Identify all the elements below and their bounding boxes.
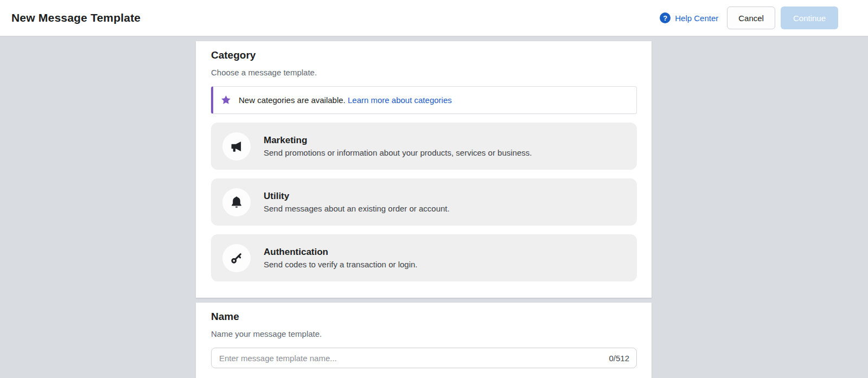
- name-card: Name Name your message template. 0/512: [196, 303, 652, 378]
- header-actions: ? Help Center Cancel Continue: [660, 7, 838, 29]
- new-categories-banner: New categories are available. Learn more…: [211, 86, 637, 114]
- category-card: Category Choose a message template. New …: [196, 41, 652, 298]
- question-mark-icon[interactable]: ?: [660, 12, 671, 23]
- category-section-title: Category: [211, 49, 637, 61]
- name-section-subtitle: Name your message template.: [211, 329, 637, 338]
- name-section-title: Name: [211, 311, 637, 323]
- bell-icon: [222, 188, 251, 216]
- help-center-link[interactable]: ? Help Center: [660, 12, 718, 23]
- char-counter: 0/512: [609, 354, 629, 363]
- option-title: Utility: [264, 191, 450, 202]
- cancel-button[interactable]: Cancel: [727, 7, 775, 29]
- continue-button[interactable]: Continue: [781, 7, 838, 29]
- category-option-marketing[interactable]: Marketing Send promotions or information…: [211, 123, 637, 170]
- option-title: Marketing: [264, 135, 532, 146]
- option-text: Authentication Send codes to verify a tr…: [264, 247, 418, 269]
- star-icon: [220, 94, 232, 106]
- banner-text: New categories are available. Learn more…: [239, 95, 452, 105]
- option-text: Utility Send messages about an existing …: [264, 191, 450, 213]
- main-content: Category Choose a message template. New …: [0, 37, 868, 378]
- option-title: Authentication: [264, 247, 418, 258]
- help-center-label: Help Center: [675, 14, 718, 23]
- option-text: Marketing Send promotions or information…: [264, 135, 532, 157]
- header-bar: New Message Template ? Help Center Cance…: [0, 0, 868, 37]
- category-option-authentication[interactable]: Authentication Send codes to verify a tr…: [211, 234, 637, 281]
- option-description: Send messages about an existing order or…: [264, 204, 450, 213]
- learn-more-link[interactable]: Learn more about categories: [348, 95, 452, 105]
- category-option-utility[interactable]: Utility Send messages about an existing …: [211, 178, 637, 226]
- option-description: Send promotions or information about you…: [264, 148, 532, 157]
- megaphone-icon: [222, 132, 251, 161]
- template-name-field-wrap: 0/512: [211, 348, 637, 368]
- category-section-subtitle: Choose a message template.: [211, 68, 637, 77]
- template-name-input[interactable]: [211, 348, 637, 368]
- page-title: New Message Template: [11, 11, 141, 24]
- key-icon: [222, 244, 251, 272]
- option-description: Send codes to verify a transaction or lo…: [264, 260, 418, 269]
